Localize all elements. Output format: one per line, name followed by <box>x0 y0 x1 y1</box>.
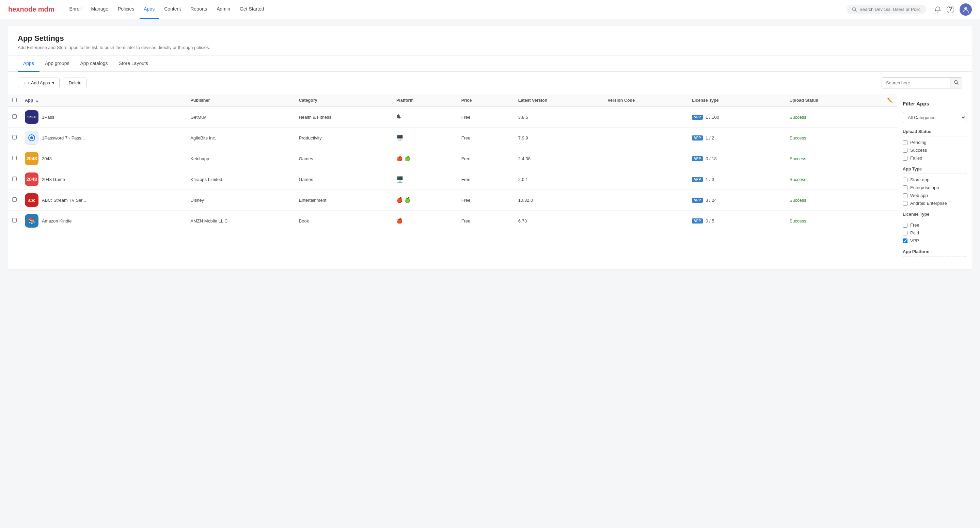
row-checkbox-cell <box>8 190 21 211</box>
row-checkbox[interactable] <box>12 156 17 160</box>
tab-app-groups[interactable]: App groups <box>40 56 75 72</box>
filter-item-paid[interactable]: Paid <box>903 230 966 235</box>
paid-checkbox[interactable] <box>903 231 907 235</box>
help-button[interactable]: ? <box>947 6 954 13</box>
col-version-code-header[interactable]: Version Code <box>603 94 688 107</box>
table-row: 📚 Amazon Kindle AMZN Mobile LL C Book 🍎 … <box>8 211 897 231</box>
row-price-cell: Free <box>457 148 514 169</box>
row-version-code-cell <box>603 107 688 128</box>
app-platform-section-title: App Platform <box>903 249 966 257</box>
success-label: Success <box>910 147 927 153</box>
notifications-button[interactable] <box>934 6 941 13</box>
edit-columns-icon[interactable]: ✏️ <box>887 98 893 103</box>
app-icon: 2048 <box>25 152 38 165</box>
col-latest-version-header[interactable]: Latest Version <box>514 94 603 107</box>
pending-checkbox[interactable] <box>903 140 907 145</box>
filter-item-vpp[interactable]: VPP <box>903 238 966 243</box>
filter-item-android-enterprise[interactable]: Android Enterprise <box>903 201 966 206</box>
brand-logo[interactable]: hexnode mdm <box>8 5 54 13</box>
table-row: 1Password 7 - Pass... AgileBits Inc. Pro… <box>8 128 897 148</box>
nav-admin[interactable]: Admin <box>213 0 234 19</box>
row-checkbox[interactable] <box>12 135 17 140</box>
filter-item-failed[interactable]: Failed <box>903 155 966 160</box>
android-enterprise-label: Android Enterprise <box>910 201 947 206</box>
row-category-cell: Games <box>295 169 392 190</box>
nav-manage[interactable]: Manage <box>87 0 112 19</box>
row-checkbox[interactable] <box>12 218 17 222</box>
col-platform-header[interactable]: Platform <box>392 94 457 107</box>
page-subtitle: Add Enterprise and Store apps to the lis… <box>18 45 962 50</box>
row-checkbox[interactable] <box>12 197 17 202</box>
vpp-checkbox[interactable] <box>903 238 907 243</box>
col-app-header[interactable]: App ▲ <box>21 94 186 107</box>
store-app-checkbox[interactable] <box>903 178 907 182</box>
row-checkbox[interactable] <box>12 114 17 119</box>
filter-item-enterprise-app[interactable]: Enterprise app <box>903 185 966 190</box>
apple-icon <box>396 114 402 121</box>
global-search-input[interactable] <box>859 7 921 12</box>
row-license-type-cell: VPP 3 / 24 <box>688 190 785 211</box>
tab-store-layouts[interactable]: Store Layouts <box>113 56 153 72</box>
filter-sidebar: Filter Apps All Categories Upload Status… <box>897 94 972 270</box>
row-checkbox-cell <box>8 148 21 169</box>
status-badge: Success <box>790 135 807 141</box>
select-all-checkbox[interactable] <box>12 98 17 102</box>
global-search[interactable] <box>846 5 926 14</box>
nav-content[interactable]: Content <box>160 0 185 19</box>
filter-item-success[interactable]: Success <box>903 147 966 153</box>
apps-table: App ▲ Publisher Category Platform Price … <box>8 94 897 231</box>
free-checkbox[interactable] <box>903 223 907 228</box>
row-app-cell: 📚 Amazon Kindle <box>21 211 186 231</box>
enterprise-app-checkbox[interactable] <box>903 186 907 190</box>
filter-item-free[interactable]: Free <box>903 222 966 228</box>
page-container: App Settings Add Enterprise and Store ap… <box>8 26 972 270</box>
nav-apps[interactable]: Apps <box>140 0 159 19</box>
status-badge: Success <box>790 198 807 203</box>
web-app-label: Web app <box>910 193 928 198</box>
col-publisher-header[interactable]: Publisher <box>186 94 294 107</box>
row-platform-cell: 🖥️ <box>392 169 457 190</box>
page-title: App Settings <box>18 34 962 43</box>
nav-policies[interactable]: Policies <box>114 0 138 19</box>
status-badge: Success <box>790 156 807 161</box>
row-version-code-cell <box>603 128 688 148</box>
row-price-cell: Free <box>457 107 514 128</box>
tab-app-catalogs[interactable]: App catalogs <box>75 56 113 72</box>
failed-checkbox[interactable] <box>903 156 907 160</box>
table-row: abc ABC: Stream TV Ser... Disney Enterta… <box>8 190 897 211</box>
success-checkbox[interactable] <box>903 148 907 153</box>
row-checkbox[interactable] <box>12 176 17 181</box>
web-app-checkbox[interactable] <box>903 193 907 198</box>
row-category-cell: Health & Fitness <box>295 107 392 128</box>
user-avatar[interactable] <box>959 3 972 16</box>
plus-icon: + <box>23 80 25 86</box>
vpp-badge: VPP <box>692 177 703 182</box>
col-category-header[interactable]: Category <box>295 94 392 107</box>
enterprise-app-label: Enterprise app <box>910 185 939 190</box>
row-license-type-cell: VPP 0 / 5 <box>688 211 785 231</box>
filter-category-select[interactable]: All Categories <box>903 112 966 123</box>
add-apps-button[interactable]: + + Add Apps ▾ <box>18 78 60 88</box>
search-submit-button[interactable] <box>950 78 962 88</box>
col-price-header[interactable]: Price <box>457 94 514 107</box>
row-version-cell: 7.9.9 <box>514 128 603 148</box>
vpp-label: VPP <box>910 238 919 243</box>
android-enterprise-checkbox[interactable] <box>903 201 907 206</box>
table-row: 2048 2048 Ketchapp Games 🍎 🍏 F <box>8 148 897 169</box>
row-upload-status-cell: Success <box>786 128 883 148</box>
row-checkbox-cell <box>8 107 21 128</box>
search-input[interactable] <box>882 78 950 88</box>
row-version-code-cell <box>603 148 688 169</box>
filter-item-pending[interactable]: Pending <box>903 140 966 145</box>
tab-apps[interactable]: Apps <box>18 56 40 72</box>
bell-icon <box>934 6 941 13</box>
nav-reports[interactable]: Reports <box>186 0 211 19</box>
col-upload-status-header[interactable]: Upload Status <box>786 94 883 107</box>
filter-item-web-app[interactable]: Web app <box>903 193 966 198</box>
col-license-type-header[interactable]: License Type <box>688 94 785 107</box>
filter-item-store-app[interactable]: Store app <box>903 177 966 182</box>
nav-get-started[interactable]: Get Started <box>235 0 268 19</box>
nav-enroll[interactable]: Enroll <box>65 0 86 19</box>
search-box[interactable] <box>881 77 962 89</box>
delete-button[interactable]: Delete <box>64 78 87 88</box>
